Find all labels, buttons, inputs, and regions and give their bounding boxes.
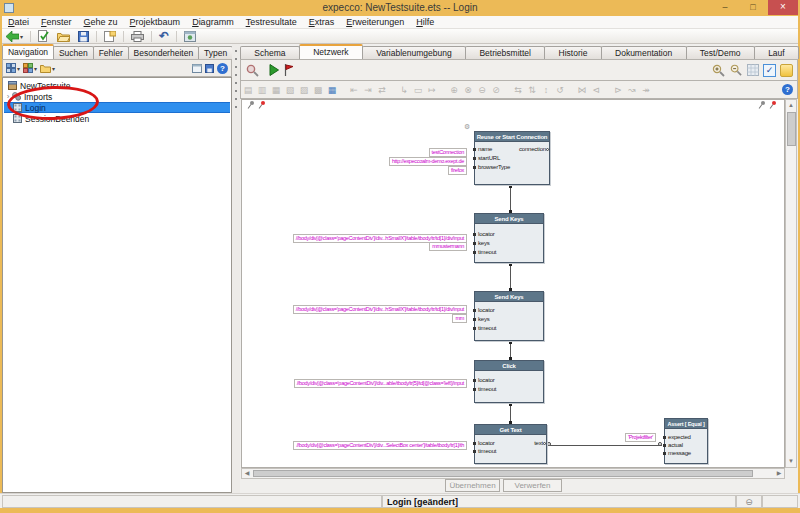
menu-testresultate[interactable]: Testresultate (240, 17, 303, 27)
apply-button[interactable]: Übernehmen (445, 479, 500, 492)
save-button[interactable] (74, 30, 93, 43)
step-node-click[interactable]: Click locator timeout (474, 360, 544, 403)
open-button[interactable] (53, 30, 74, 43)
step-node-send-keys-2[interactable]: Send Keys locator keys timeout (474, 291, 544, 341)
step-node-get-text[interactable]: Get Text locatortext timeout (474, 424, 547, 464)
view-mode-button[interactable]: ▾ (6, 63, 20, 73)
grid-button[interactable] (747, 64, 759, 76)
align-left-icon[interactable]: ⇆ (511, 83, 525, 97)
tab-variablenumgebung[interactable]: Variablenumgebung (362, 46, 466, 59)
pin-icon[interactable] (758, 101, 766, 109)
menu-datei[interactable]: Datei (2, 17, 35, 27)
value-label-header-xpath[interactable]: //body/div[@class='pageContentDiv']/div.… (293, 441, 467, 450)
step-node-send-keys-1[interactable]: Send Keys locator keys timeout (474, 213, 544, 263)
new-step-icon[interactable]: ↳ (397, 83, 411, 97)
fit-checkbox[interactable]: ✓ (763, 64, 776, 77)
menu-projektbaum[interactable]: Projektbaum (124, 17, 187, 27)
run-button[interactable] (269, 64, 279, 76)
undo-button[interactable]: ↶ (155, 30, 173, 43)
menu-diagramm[interactable]: Diagramm (186, 17, 240, 27)
value-label-start-url[interactable]: http://expeccoalm-demo.exept.de (389, 157, 467, 166)
tab-dokumentation[interactable]: Dokumentation (601, 46, 687, 59)
menu-extras[interactable]: Extras (303, 17, 341, 27)
maximize-button[interactable]: □ (740, 0, 766, 15)
title-bar[interactable]: expecco: NewTestsuite.ets -- Login – □ × (0, 0, 800, 16)
tab-historie[interactable]: Historie (544, 46, 601, 59)
vertical-scrollbar[interactable]: ▲ ▼ (785, 99, 797, 468)
tab-schema[interactable]: Schema (240, 46, 300, 59)
print-button[interactable] (127, 30, 148, 43)
pin-icon[interactable] (247, 101, 255, 109)
value-label-username[interactable]: mmustermann (429, 242, 467, 251)
search-button[interactable] (246, 64, 259, 77)
snapshot-icon[interactable] (780, 64, 793, 77)
tab-netzwerk[interactable]: Netzwerk (299, 44, 363, 59)
route-style-3-icon[interactable]: ↠ (639, 83, 653, 97)
scrollbar-thumb[interactable] (253, 470, 753, 477)
value-label-login-button-xpath[interactable]: //body/div[@class='pageContentDiv']/div.… (294, 379, 467, 388)
help-icon[interactable]: ? (782, 84, 793, 95)
tab-typen[interactable]: Typen (198, 46, 233, 59)
tab-besonderheiten[interactable]: Besonderheiten (128, 46, 199, 59)
tab-betriebsmittel[interactable]: Betriebsmittel (465, 46, 545, 59)
copy-diagram-icon[interactable]: ▦ (269, 83, 283, 97)
value-label-browser-type[interactable]: firefox (448, 166, 467, 175)
import-diagram-icon[interactable]: ▩ (311, 83, 325, 97)
route-style-2-icon[interactable]: ↝ (625, 83, 639, 97)
settings-button[interactable] (180, 30, 200, 43)
new-folder-button[interactable]: ▾ (40, 64, 55, 73)
clear-breakpoints-icon[interactable]: ⊘ (489, 83, 503, 97)
add-connection-icon[interactable]: ⇄ (375, 83, 389, 97)
value-label-expected-value[interactable]: 'Projektfilter' (625, 433, 656, 442)
expander-icon[interactable]: › (4, 92, 12, 101)
menu-fenster[interactable]: Fenster (35, 17, 78, 27)
export-diagram-icon[interactable]: ▨ (297, 83, 311, 97)
add-output-pin-icon[interactable]: ⇥ (361, 83, 375, 97)
pin-icon-red[interactable] (258, 101, 266, 109)
reroute-icon[interactable]: ↺ (553, 83, 567, 97)
back-button[interactable]: ▾ (2, 30, 27, 43)
horizontal-scrollbar[interactable]: ◀ ▶ (241, 468, 785, 479)
add-input-pin-icon[interactable]: ⇤ (347, 83, 361, 97)
help-button[interactable]: ? (217, 63, 228, 74)
menu-erweiterungen[interactable]: Erweiterungen (340, 17, 410, 27)
disconnect-icon[interactable]: ⊲ (589, 83, 603, 97)
network-canvas[interactable]: ⚙ Reuse or Start Connection nameconnecti… (241, 99, 785, 468)
tab-lauf[interactable]: Lauf (754, 46, 799, 59)
pin-icon-red[interactable] (769, 101, 777, 109)
step-node-assert-equal[interactable]: Assert [ Equal ] expected actual message (664, 418, 708, 464)
enable-step-icon[interactable]: ⊕ (447, 83, 461, 97)
minimize-button[interactable]: – (712, 0, 738, 15)
connect-sequence-icon[interactable]: ⋈ (575, 83, 589, 97)
value-label-password[interactable]: mm (452, 314, 467, 323)
value-label-password-field-xpath[interactable]: //body/div[@class='pageContentDiv']/div.… (293, 305, 467, 314)
tab-test-demo[interactable]: Test/Demo (686, 46, 755, 59)
close-button[interactable]: × (768, 0, 798, 15)
output-port[interactable] (543, 442, 546, 445)
input-port[interactable] (658, 442, 662, 446)
tab-fehler[interactable]: Fehler (93, 46, 129, 59)
zoom-in-button[interactable] (712, 64, 725, 77)
distribute-vertical-icon[interactable]: ↕ (539, 83, 553, 97)
delete-step-icon[interactable]: ↦ (425, 83, 439, 97)
tree-item-imports[interactable]: › Imports (4, 91, 230, 102)
save-as-image-icon[interactable]: ▥ (255, 83, 269, 97)
tree-item-login[interactable]: Login (4, 102, 230, 113)
toggle-grid-icon[interactable]: ▦ (325, 83, 339, 97)
save-diagram-icon[interactable]: ▤ (241, 83, 255, 97)
new-window-button[interactable] (100, 30, 120, 43)
discard-button[interactable]: Verwerfen (503, 479, 562, 492)
scrollbar-thumb[interactable] (787, 112, 796, 146)
route-style-1-icon[interactable]: ⊳ (611, 83, 625, 97)
output-port[interactable] (547, 442, 551, 446)
tab-suchen[interactable]: Suchen (53, 46, 94, 59)
paste-diagram-icon[interactable]: ▧ (283, 83, 297, 97)
save-tree-button[interactable] (205, 64, 214, 73)
disable-step-icon[interactable]: ⊗ (461, 83, 475, 97)
output-port[interactable] (546, 148, 549, 151)
debug-button[interactable] (284, 64, 294, 76)
tree-item-sessionbeenden[interactable]: SessionBeenden (4, 113, 230, 124)
zoom-out-button[interactable] (730, 64, 742, 76)
category-view-button[interactable]: ▾ (23, 63, 37, 73)
step-node-reuse-or-start-connection[interactable]: Reuse or Start Connection nameconnection… (474, 131, 550, 185)
